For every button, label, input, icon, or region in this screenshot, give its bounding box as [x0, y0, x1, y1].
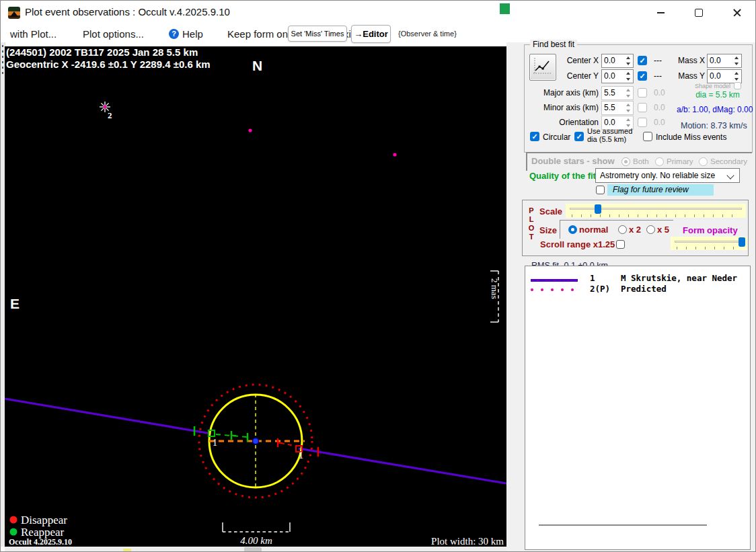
background-window-artifact — [500, 3, 510, 14]
orientation-aux: 0.0 — [654, 118, 665, 127]
size-x2-radio[interactable] — [618, 225, 627, 234]
center-y-label: Center Y — [552, 71, 599, 81]
major-axis-checkbox[interactable] — [638, 88, 647, 97]
plot-header-line2: Geocentric X -2419.6 ±0.1 Y 2289.4 ±0.6 … — [6, 58, 211, 70]
chord-row-num[interactable]: 1 — [590, 273, 595, 283]
spin-up-icon — [623, 116, 633, 123]
flag-review-checkbox[interactable] — [596, 186, 605, 194]
minor-axis-label: Minor axis (km) — [537, 103, 599, 112]
include-miss-events-checkbox[interactable] — [643, 132, 652, 141]
minimize-button[interactable] — [645, 1, 676, 25]
minor-axis-aux: 0.0 — [654, 103, 665, 112]
center-x-input[interactable] — [601, 54, 634, 68]
quality-select[interactable]: Astrometry only. No reliable size — [595, 168, 740, 183]
scale-label: Scale — [539, 206, 562, 216]
plot-letter-l: L — [527, 215, 536, 223]
center-x-dashes: --- — [654, 56, 662, 65]
double-primary-radio[interactable] — [655, 157, 664, 166]
chord-swatch-solid — [531, 279, 578, 282]
spin-up-icon[interactable] — [731, 54, 741, 61]
control-panel: Find best fit Center X --- Mass X Center… — [506, 42, 756, 552]
east-label: E — [10, 296, 20, 311]
size-x5-radio[interactable] — [646, 225, 655, 234]
scroll-range-checkbox[interactable] — [616, 240, 625, 249]
mass-y-input[interactable] — [707, 69, 742, 83]
double-both-radio[interactable] — [621, 157, 630, 166]
shape-model-checkbox[interactable] — [734, 82, 741, 89]
circular-checkbox[interactable] — [530, 132, 539, 141]
set-miss-times-button[interactable]: Set 'Miss' Times — [288, 26, 347, 42]
maximize-icon — [695, 9, 703, 17]
use-assumed-label-2: dia (5.5 km) — [587, 135, 626, 143]
chord-label-right: 1 — [299, 450, 303, 461]
minor-axis-input[interactable] — [601, 101, 634, 115]
center-y-input[interactable] — [601, 69, 634, 83]
motion-label: Motion: 8.73 km/s — [681, 121, 747, 130]
maximize-button[interactable] — [683, 1, 714, 25]
double-secondary-label: Secondary — [710, 157, 747, 165]
quality-value: Astrometry only. No reliable size — [600, 171, 715, 180]
list-divider — [539, 524, 707, 526]
double-both-label: Both — [633, 157, 649, 165]
quality-label: Quality of the fit — [529, 171, 596, 181]
ab-dmag-label: a/b: 1.00, dMag: 0.00 — [677, 105, 753, 114]
chord-row-num[interactable]: 2(P) — [590, 284, 610, 294]
spin-down-icon[interactable] — [623, 61, 633, 68]
size-radio-group: normal x 2 x 5 — [560, 220, 673, 239]
spin-up-icon — [623, 102, 633, 108]
scale-slider-thumb[interactable] — [595, 204, 601, 214]
spin-down-icon[interactable] — [623, 77, 633, 83]
title-bar: Plot event observations : Occult v.4.202… — [1, 1, 755, 25]
form-opacity-slider[interactable] — [671, 237, 747, 250]
disappear-dot — [10, 516, 17, 524]
mass-y-label: Mass Y — [675, 71, 705, 81]
double-secondary-radio[interactable] — [699, 157, 708, 166]
size-normal-radio[interactable] — [568, 225, 577, 234]
chord-row-name[interactable]: Predicted — [621, 284, 667, 294]
disappear-label: Disappear — [21, 514, 67, 526]
menu-help[interactable]: Help — [182, 28, 203, 40]
spin-up-icon[interactable] — [623, 70, 633, 77]
mas-scale-label: 2 mas — [490, 278, 500, 299]
scale-bar-label: 4.00 km — [240, 535, 272, 546]
major-axis-label: Major axis (km) — [537, 88, 599, 97]
occultation-plot[interactable]: (244501) 2002 TB117 2025 Jan 28 5.5 km G… — [5, 46, 506, 547]
size-x2-label: x 2 — [629, 225, 641, 235]
plot-controls-group: P L O T Scale Size normal x 2 x 5 Form o… — [522, 200, 749, 256]
spin-down-icon[interactable] — [731, 61, 741, 68]
spin-up-icon[interactable] — [731, 70, 741, 77]
size-normal-label: normal — [579, 225, 608, 235]
scrollbar-thumb[interactable] — [244, 547, 262, 552]
scrollbar-mark — [123, 549, 131, 552]
plot-letter-p: P — [527, 206, 536, 214]
form-opacity-slider-thumb[interactable] — [739, 237, 745, 247]
chevron-down-icon — [726, 171, 734, 179]
chord-list[interactable]: 1 M Skrutskie, near Neder 2(P) Predicted — [525, 266, 751, 550]
fit-center-dot — [253, 438, 259, 444]
chord-row-name[interactable]: M Skrutskie, near Neder — [621, 273, 737, 283]
scale-slider[interactable] — [566, 204, 746, 218]
slider-ticks — [572, 214, 740, 217]
editor-button[interactable]: →Editor — [351, 25, 391, 43]
major-axis-input[interactable] — [601, 86, 634, 100]
center-x-checkbox[interactable] — [638, 56, 647, 65]
menu-with-plot[interactable]: with Plot... — [10, 28, 56, 40]
version-label: Occult 4.2025.9.10 — [9, 537, 72, 547]
plot-width-label: Plot width: 30 km — [431, 536, 504, 547]
observer-time-label: {Observer & time} — [398, 30, 457, 38]
orientation-checkbox[interactable] — [638, 118, 647, 127]
close-button[interactable] — [722, 1, 753, 25]
scroll-marks — [2, 45, 3, 76]
spin-up-icon[interactable] — [623, 54, 633, 61]
horizontal-scrollbar[interactable] — [5, 547, 506, 552]
minor-axis-checkbox[interactable] — [638, 103, 647, 112]
chart-icon — [530, 54, 554, 79]
find-best-fit-legend: Find best fit — [530, 40, 577, 49]
menu-plot-options[interactable]: Plot options... — [83, 28, 144, 40]
slider-ticks — [677, 247, 741, 249]
dia-label: dia = 5.5 km — [682, 90, 753, 100]
use-assumed-dia-checkbox[interactable] — [574, 132, 584, 141]
center-y-checkbox[interactable] — [638, 71, 647, 81]
mass-x-input[interactable] — [707, 54, 742, 68]
predicted-dot — [393, 153, 396, 156]
